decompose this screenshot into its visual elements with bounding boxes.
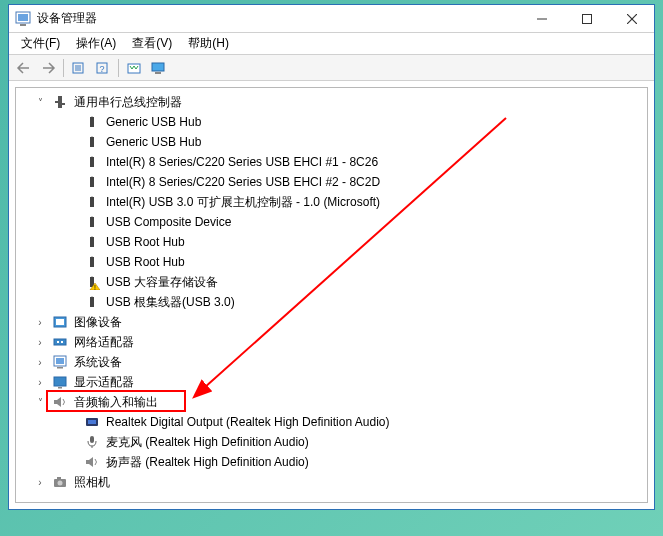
tree-item-usb[interactable]: USB Composite Device	[16, 212, 647, 232]
svg-point-41	[91, 297, 94, 300]
svg-point-21	[91, 117, 94, 120]
svg-rect-1	[18, 14, 28, 21]
tree-label: 通用串行总线控制器	[74, 94, 182, 111]
chevron-right-icon[interactable]: ›	[34, 357, 46, 368]
tree-item-usb[interactable]: Intel(R) 8 Series/C220 Series USB EHCI #…	[16, 172, 647, 192]
svg-point-23	[91, 137, 94, 140]
usb-device-icon	[84, 294, 100, 310]
tree-label: USB Root Hub	[106, 235, 185, 249]
tree-label: 扬声器 (Realtek High Definition Audio)	[106, 454, 309, 471]
tree-label: 照相机	[74, 474, 110, 491]
tree-item-usb[interactable]: Generic USB Hub	[16, 132, 647, 152]
speaker-icon	[84, 454, 100, 470]
tree-label: 系统设备	[74, 354, 122, 371]
svg-rect-49	[57, 367, 63, 369]
display-adapter-icon	[52, 374, 68, 390]
usb-controller-icon	[52, 94, 68, 110]
toolbar-computer-button[interactable]	[147, 57, 169, 79]
tree-label: 麦克风 (Realtek High Definition Audio)	[106, 434, 309, 451]
menu-action[interactable]: 操作(A)	[68, 33, 124, 54]
tree-label: 显示适配器	[74, 374, 134, 391]
tree-item-usb-warning[interactable]: !USB 大容量存储设备	[16, 272, 647, 292]
svg-rect-43	[56, 319, 64, 325]
usb-device-icon	[84, 174, 100, 190]
usb-device-icon	[84, 214, 100, 230]
svg-rect-52	[54, 400, 57, 404]
device-tree[interactable]: ˅ 通用串行总线控制器 Generic USB Hub Generic USB …	[15, 87, 648, 503]
chevron-down-icon[interactable]: ˅	[34, 397, 46, 408]
svg-rect-48	[56, 358, 64, 364]
tree-item-usb[interactable]: Intel(R) 8 Series/C220 Series USB EHCI #…	[16, 152, 647, 172]
window-title: 设备管理器	[37, 10, 519, 27]
tree-label: Intel(R) 8 Series/C220 Series USB EHCI #…	[106, 155, 378, 169]
svg-rect-62	[57, 477, 61, 479]
toolbar-help-button[interactable]: ?	[92, 57, 114, 79]
usb-device-icon	[84, 114, 100, 130]
menu-help[interactable]: 帮助(H)	[180, 33, 237, 54]
chevron-right-icon[interactable]: ›	[34, 337, 46, 348]
toolbar-separator	[118, 59, 119, 77]
usb-device-icon	[84, 134, 100, 150]
tree-item-audio-speaker[interactable]: 扬声器 (Realtek High Definition Audio)	[16, 452, 647, 472]
menu-file[interactable]: 文件(F)	[13, 33, 68, 54]
tree-label: USB Composite Device	[106, 215, 231, 229]
tree-label: USB 大容量存储设备	[106, 274, 218, 291]
svg-rect-4	[582, 14, 591, 23]
tree-label: Intel(R) USB 3.0 可扩展主机控制器 - 1.0 (Microso…	[106, 194, 380, 211]
titlebar: 设备管理器	[9, 5, 654, 33]
svg-point-33	[91, 237, 94, 240]
svg-text:?: ?	[99, 64, 104, 74]
image-device-icon	[52, 314, 68, 330]
chevron-right-icon[interactable]: ›	[34, 377, 46, 388]
tree-category-network[interactable]: ›网络适配器	[16, 332, 647, 352]
svg-point-27	[91, 177, 94, 180]
toolbar-properties-button[interactable]	[68, 57, 90, 79]
menubar: 文件(F) 操作(A) 查看(V) 帮助(H)	[9, 33, 654, 55]
tree-label: 图像设备	[74, 314, 122, 331]
svg-point-37	[91, 277, 94, 280]
tree-label: Realtek Digital Output (Realtek High Def…	[106, 415, 389, 429]
speaker-icon	[52, 394, 68, 410]
tree-label: Generic USB Hub	[106, 135, 201, 149]
device-manager-window: 设备管理器 文件(F) 操作(A) 查看(V) 帮助(H)	[8, 4, 655, 510]
maximize-button[interactable]	[564, 5, 609, 33]
tree-item-audio-mic[interactable]: 麦克风 (Realtek High Definition Audio)	[16, 432, 647, 452]
camera-icon	[52, 474, 68, 490]
svg-text:!: !	[94, 284, 96, 291]
chevron-right-icon[interactable]: ›	[34, 477, 46, 488]
tree-category-display[interactable]: ›显示适配器	[16, 372, 647, 392]
svg-rect-45	[57, 341, 59, 343]
chevron-right-icon[interactable]: ›	[34, 317, 46, 328]
tree-item-usb[interactable]: USB Root Hub	[16, 252, 647, 272]
tree-label: USB Root Hub	[106, 255, 185, 269]
tree-label: USB 根集线器(USB 3.0)	[106, 294, 235, 311]
minimize-button[interactable]	[519, 5, 564, 33]
toolbar-back-button[interactable]	[13, 57, 35, 79]
usb-device-icon	[84, 234, 100, 250]
svg-point-25	[91, 157, 94, 160]
tree-label: Generic USB Hub	[106, 115, 201, 129]
tree-category-system[interactable]: ›系统设备	[16, 352, 647, 372]
usb-device-warning-icon: !	[84, 274, 100, 290]
tree-category-image[interactable]: ›图像设备	[16, 312, 647, 332]
svg-marker-53	[57, 397, 61, 407]
menu-view[interactable]: 查看(V)	[124, 33, 180, 54]
toolbar-forward-button[interactable]	[37, 57, 59, 79]
svg-rect-44	[54, 339, 66, 345]
toolbar: ?	[9, 55, 654, 81]
tree-item-audio-digital[interactable]: Realtek Digital Output (Realtek High Def…	[16, 412, 647, 432]
tree-item-usb[interactable]: Generic USB Hub	[16, 112, 647, 132]
svg-rect-19	[62, 103, 65, 105]
tree-category-usb[interactable]: ˅ 通用串行总线控制器	[16, 92, 647, 112]
tree-item-usb[interactable]: Intel(R) USB 3.0 可扩展主机控制器 - 1.0 (Microso…	[16, 192, 647, 212]
tree-item-usb[interactable]: USB 根集线器(USB 3.0)	[16, 292, 647, 312]
close-button[interactable]	[609, 5, 654, 33]
tree-label: Intel(R) 8 Series/C220 Series USB EHCI #…	[106, 175, 380, 189]
tree-category-audio[interactable]: ˅ 音频输入和输出	[16, 392, 647, 412]
system-device-icon	[52, 354, 68, 370]
tree-category-camera[interactable]: ›照相机	[16, 472, 647, 492]
toolbar-scan-button[interactable]	[123, 57, 145, 79]
chevron-down-icon[interactable]: ˅	[34, 97, 46, 108]
network-adapter-icon	[52, 334, 68, 350]
tree-item-usb[interactable]: USB Root Hub	[16, 232, 647, 252]
